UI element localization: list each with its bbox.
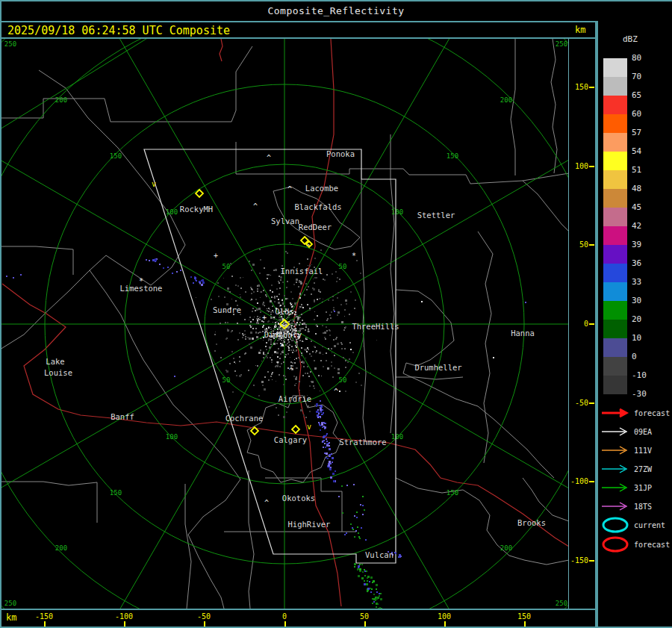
echo-pixel (284, 356, 286, 358)
county-boundary-line (236, 142, 569, 184)
echo-pixel (376, 588, 377, 590)
echo-pixel (279, 317, 280, 318)
echo-pixel (354, 536, 355, 538)
echo-pixel (276, 296, 278, 297)
echo-pixel (277, 361, 279, 363)
echo-pixel (285, 251, 287, 252)
echo-pixel (335, 338, 337, 340)
county-boundary-line (39, 70, 240, 609)
echo-pixel (332, 461, 333, 463)
echo-pixel (259, 249, 261, 250)
echo-pixel (344, 348, 346, 349)
echo-pixel (270, 275, 271, 276)
radar-map[interactable]: 5050505010010010010015015015015020020020… (0, 0, 672, 628)
echo-pixel (337, 343, 339, 345)
city-label: Banff (111, 412, 134, 421)
echo-pixel (334, 311, 335, 312)
city-label: Lake (46, 357, 64, 366)
echo-pixel (290, 304, 292, 305)
echo-pixel (329, 468, 332, 470)
echo-pixel (331, 453, 332, 455)
echo-pixel (366, 583, 368, 585)
echo-pixel (180, 270, 181, 271)
echo-pixel (296, 316, 298, 317)
echo-pixel (333, 339, 335, 341)
range-ring-label: 150 (110, 489, 122, 497)
echo-pixel (290, 326, 291, 328)
echo-pixel (314, 311, 315, 312)
echo-pixel (272, 291, 273, 293)
echo-pixel (284, 341, 285, 343)
echo-pixel (326, 326, 327, 328)
echo-pixel (239, 356, 240, 358)
echo-pixel (256, 336, 258, 338)
range-ring-label: 50 (339, 376, 347, 384)
echo-pixel (231, 276, 233, 277)
echo-pixel (285, 379, 287, 380)
echo-pixel (280, 276, 282, 279)
echo-pixel (358, 536, 360, 538)
echo-pixel (280, 279, 281, 281)
echo-pixel (252, 311, 253, 312)
station-dot-icon (493, 357, 494, 358)
echo-pixel (354, 566, 355, 568)
echo-pixel (341, 343, 343, 345)
station-mark-icon: ^ (287, 185, 292, 193)
echo-pixel (317, 315, 318, 317)
echo-pixel (376, 597, 378, 600)
azimuth-radial (0, 324, 284, 533)
echo-pixel (252, 319, 254, 320)
echo-pixel (293, 348, 293, 349)
echo-pixel (326, 453, 328, 455)
echo-pixel (323, 354, 323, 355)
echo-pixel (296, 351, 296, 352)
echo-pixel (270, 357, 271, 358)
echo-pixel (239, 375, 241, 377)
echo-pixel (262, 331, 264, 332)
echo-pixel (343, 329, 345, 331)
echo-pixel (288, 347, 290, 349)
echo-pixel (358, 532, 359, 534)
station-mark-icon: + (214, 252, 218, 260)
echo-pixel (318, 289, 320, 290)
echo-pixel (277, 340, 279, 341)
echo-pixel (364, 575, 366, 576)
echo-pixel (224, 296, 225, 298)
echo-pixel (355, 382, 357, 383)
echo-pixel (194, 277, 196, 279)
echo-pixel (321, 423, 323, 426)
echo-pixel (315, 333, 317, 335)
echo-pixel (340, 304, 342, 305)
echo-pixel (263, 325, 264, 326)
echo-pixel (367, 580, 368, 582)
echo-pixel (332, 376, 334, 378)
echo-pixel (319, 417, 320, 418)
echo-pixel (332, 299, 334, 301)
echo-pixel (318, 422, 320, 423)
echo-pixel (256, 318, 258, 320)
echo-pixel (229, 363, 231, 364)
echo-pixel (172, 273, 173, 274)
echo-pixel (271, 285, 273, 286)
echo-pixel (314, 367, 317, 370)
echo-pixel (317, 414, 319, 417)
echo-pixel (362, 332, 364, 334)
city-label: ThreeHills (352, 322, 399, 331)
echo-pixel (344, 534, 346, 535)
echo-pixel (278, 281, 279, 282)
city-label: Louise (44, 368, 72, 377)
echo-pixel (290, 357, 290, 358)
echo-pixel (274, 301, 276, 302)
echo-pixel (319, 423, 320, 425)
echo-pixel (314, 277, 316, 279)
echo-pixel (284, 339, 285, 341)
echo-pixel (282, 299, 283, 299)
echo-pixel (279, 293, 280, 295)
echo-pixel (318, 290, 320, 292)
echo-pixel (342, 512, 343, 514)
echo-pixel (299, 297, 301, 299)
echo-pixel (273, 311, 274, 313)
echo-pixel (361, 385, 362, 386)
echo-pixel (284, 376, 286, 377)
echo-pixel (253, 385, 255, 386)
